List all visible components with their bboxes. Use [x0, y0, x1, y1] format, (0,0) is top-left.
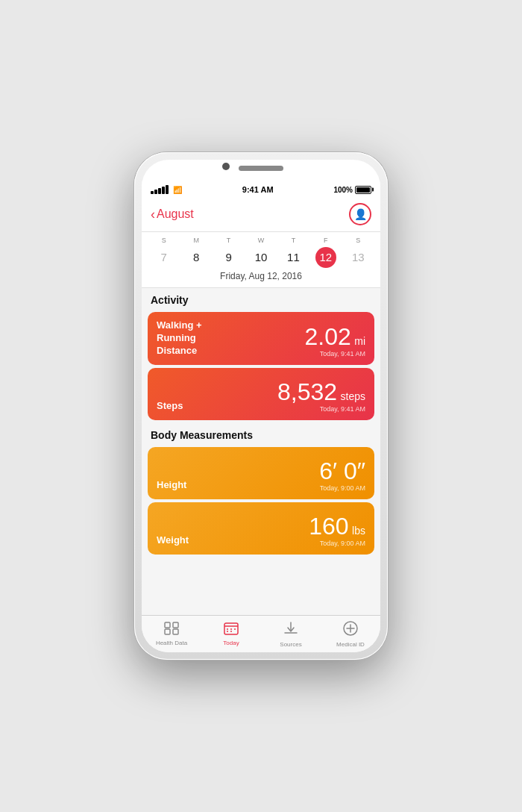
- card-weight-value: 160: [309, 513, 348, 540]
- sources-icon: [283, 621, 298, 640]
- svg-point-8: [234, 628, 236, 630]
- card-weight-value-block: 160 lbs Today, 9:00 AM: [309, 514, 365, 547]
- tab-sources[interactable]: Sources: [261, 621, 321, 648]
- card-height-value-block: 6′ 0″ Today, 9:00 AM: [319, 459, 365, 492]
- tab-today[interactable]: Today: [201, 622, 261, 646]
- battery-percent: 100%: [333, 186, 353, 194]
- svg-rect-2: [165, 629, 170, 634]
- cal-day-11[interactable]: 11: [277, 247, 309, 268]
- status-left: 📶: [151, 185, 182, 194]
- card-walking-value-row: 2.02 mi: [304, 325, 365, 349]
- cal-header-w: W: [245, 237, 277, 244]
- cal-header-s1: S: [148, 237, 180, 244]
- card-height[interactable]: Height 6′ 0″ Today, 9:00 AM: [148, 447, 374, 499]
- status-bar: 📶 9:41 AM 100%: [142, 181, 380, 199]
- health-data-icon: [164, 622, 179, 638]
- svg-rect-1: [173, 622, 178, 628]
- cal-day-9[interactable]: 9: [213, 247, 245, 268]
- battery-icon: [355, 186, 371, 194]
- card-walking-value-block: 2.02 mi Today, 9:41 AM: [304, 325, 365, 357]
- svg-point-7: [230, 628, 232, 630]
- card-weight-time: Today, 9:00 AM: [309, 540, 365, 547]
- back-button[interactable]: ‹ August: [151, 207, 194, 221]
- battery-fill: [356, 187, 370, 193]
- card-steps-value-block: 8,532 steps Today, 9:41 AM: [277, 380, 365, 413]
- cal-header-s2: S: [342, 237, 374, 244]
- cal-day-10[interactable]: 10: [245, 247, 277, 268]
- section-title-body: Body Measurements: [142, 423, 380, 444]
- tab-sources-label: Sources: [280, 641, 301, 648]
- tab-medical-id-label: Medical ID: [336, 641, 365, 648]
- card-steps[interactable]: Steps 8,532 steps Today, 9:41 AM: [148, 368, 374, 420]
- medical-id-icon: [343, 621, 358, 640]
- cal-header-t1: T: [213, 237, 245, 244]
- calendar-headers: S M T W T F S: [148, 237, 374, 244]
- app-header: ‹ August 👤: [142, 199, 380, 232]
- card-weight-label: Weight: [157, 534, 189, 547]
- tab-health-data[interactable]: Health Data: [142, 622, 201, 646]
- card-steps-unit: steps: [341, 390, 365, 402]
- svg-point-6: [227, 628, 228, 630]
- phone-screen: 📶 9:41 AM 100% ‹ August 👤: [142, 160, 380, 652]
- tab-today-label: Today: [223, 640, 239, 646]
- tab-medical-id[interactable]: Medical ID: [321, 621, 380, 648]
- card-height-value: 6′ 0″: [319, 457, 365, 484]
- profile-icon: 👤: [354, 208, 367, 220]
- cal-day-13[interactable]: 13: [342, 247, 374, 268]
- card-steps-value: 8,532: [277, 378, 337, 405]
- card-height-value-row: 6′ 0″: [319, 459, 365, 483]
- cal-header-m: M: [180, 237, 212, 244]
- tab-bar: Health Data Today: [142, 615, 380, 652]
- back-arrow-icon: ‹: [151, 207, 155, 221]
- profile-button[interactable]: 👤: [349, 203, 371, 225]
- front-camera: [222, 163, 230, 170]
- calendar-date-label: Friday, Aug 12, 2016: [148, 271, 374, 281]
- status-time: 9:41 AM: [242, 185, 274, 194]
- card-steps-value-row: 8,532 steps: [277, 380, 365, 404]
- card-walking-time: Today, 9:41 AM: [304, 350, 365, 357]
- card-walking-value: 2.02: [304, 323, 350, 350]
- calendar: S M T W T F S 7 8 9 10 11 12 13 Fri: [142, 232, 380, 288]
- section-title-activity: Activity: [142, 288, 380, 309]
- main-content: ‹ August 👤 S M T W T F S: [142, 199, 380, 615]
- svg-rect-3: [173, 629, 178, 634]
- svg-rect-0: [165, 622, 170, 628]
- back-label: August: [157, 207, 194, 221]
- status-right: 100%: [333, 186, 371, 194]
- card-steps-time: Today, 9:41 AM: [277, 405, 365, 413]
- calendar-row: 7 8 9 10 11 12 13: [148, 247, 374, 268]
- tab-health-data-label: Health Data: [156, 640, 187, 646]
- card-weight-unit: lbs: [352, 525, 365, 537]
- signal-icon: [151, 185, 169, 194]
- svg-point-9: [227, 631, 228, 632]
- phone-frame: 📶 9:41 AM 100% ‹ August 👤: [134, 152, 388, 660]
- cal-day-7[interactable]: 7: [148, 247, 180, 268]
- svg-point-10: [230, 631, 232, 632]
- card-walking-label: Walking + Running Distance: [157, 319, 231, 357]
- card-height-label: Height: [157, 479, 186, 492]
- card-walking-unit: mi: [354, 335, 365, 347]
- card-steps-label: Steps: [157, 400, 183, 413]
- cal-header-t2: T: [277, 237, 309, 244]
- card-walking-running[interactable]: Walking + Running Distance 2.02 mi Today…: [148, 312, 374, 365]
- cal-header-f: F: [309, 237, 342, 244]
- cal-day-12[interactable]: 12: [315, 247, 336, 268]
- card-weight[interactable]: Weight 160 lbs Today, 9:00 AM: [148, 502, 374, 555]
- card-height-time: Today, 9:00 AM: [319, 484, 365, 492]
- wifi-icon: 📶: [173, 186, 182, 194]
- today-icon: [224, 622, 239, 638]
- speaker: [239, 166, 283, 171]
- card-weight-value-row: 160 lbs: [309, 514, 365, 538]
- cal-day-8[interactable]: 8: [180, 247, 212, 268]
